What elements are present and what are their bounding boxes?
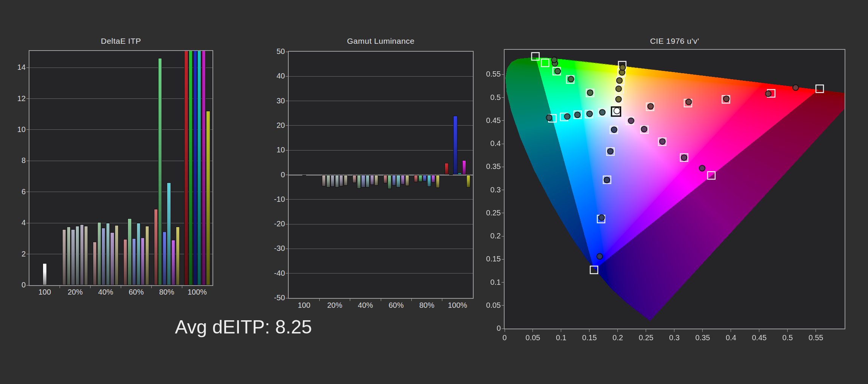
cie-measured-red-40pct	[686, 99, 691, 105]
bar-60%-2	[132, 238, 136, 285]
y-tick-label: 0.3	[478, 186, 501, 194]
bar-100-0	[302, 175, 306, 176]
x-tick-label: 60%	[381, 301, 411, 310]
y-tick-label: 30	[265, 97, 285, 105]
y-tick-label: 4	[5, 218, 26, 227]
bar-40%-0	[352, 175, 356, 183]
y-tick-mark	[502, 120, 504, 121]
cie-measured-green-100pct	[551, 57, 557, 63]
bar-100%-5	[206, 111, 210, 285]
y-tick-label: 0.05	[478, 301, 501, 310]
bar-100%-5	[466, 175, 470, 187]
bar-60%-2	[392, 175, 396, 186]
cie-measured-cyan-40pct	[587, 111, 593, 117]
bar-100%-1	[189, 51, 192, 285]
cie-measured-red-20pct	[648, 103, 653, 109]
y-tick-label: 0.45	[478, 116, 501, 125]
x-tick-mark	[182, 286, 182, 288]
x-tick-label: 80%	[411, 301, 442, 310]
gridline	[289, 199, 473, 200]
y-tick-mark	[502, 259, 504, 260]
cie-measured-yellow-60pct	[617, 78, 622, 83]
cie-measured-blue-100pct	[597, 253, 602, 259]
x-tick-label: 80%	[151, 288, 182, 296]
y-tick-label: -10	[265, 195, 285, 204]
bar-20%-0	[62, 229, 66, 285]
x-tick-mark	[381, 299, 381, 301]
cie-measured-green-40pct	[568, 76, 574, 82]
cie-measured-magenta-40pct	[641, 126, 647, 132]
bar-80%-3	[427, 175, 431, 187]
bar-40%-4	[370, 175, 374, 185]
x-tick-label: 100	[289, 301, 319, 310]
y-tick-label: 40	[265, 72, 285, 80]
cie-target-red-100pct	[816, 85, 823, 92]
bar-80%-4	[171, 240, 175, 285]
cie-measured-red-100pct	[793, 84, 799, 90]
bar-40%-1	[357, 175, 361, 189]
gridline	[289, 125, 473, 126]
y-tick-label: -50	[265, 293, 285, 302]
bar-60%-1	[128, 218, 131, 285]
bar-20%-1	[67, 227, 71, 285]
x-tick-mark	[674, 329, 674, 332]
y-tick-mark	[26, 68, 29, 68]
cie-measured-blue-20pct	[611, 127, 617, 132]
cie-measured-magenta-80pct	[681, 155, 687, 160]
bar-60%-3	[396, 175, 400, 188]
x-tick-mark	[532, 329, 533, 332]
y-tick-mark	[26, 161, 29, 161]
bar-40%-2	[102, 228, 105, 285]
y-tick-mark	[26, 285, 29, 286]
gridline	[289, 249, 473, 249]
y-tick-mark	[26, 98, 29, 99]
y-tick-label: 0.1	[478, 278, 501, 287]
x-tick-mark	[787, 329, 788, 332]
y-tick-label: 0.55	[478, 70, 501, 78]
bar-100%-4	[202, 51, 206, 285]
y-tick-mark	[502, 213, 504, 213]
cie-measured-cyan-60pct	[574, 112, 580, 118]
gridline	[289, 101, 473, 101]
bar-20%-2	[71, 229, 75, 285]
gridline	[289, 273, 473, 273]
bar-80%-4	[431, 175, 435, 183]
y-tick-label: 0	[5, 281, 26, 289]
cie-measured-blue-80pct	[599, 215, 605, 220]
y-tick-mark	[502, 74, 504, 75]
bar-40%-3	[366, 175, 369, 187]
cie-measured-cyan-100pct	[546, 115, 552, 120]
x-tick-mark	[702, 329, 703, 332]
cie-measured-yellow-40pct	[616, 86, 622, 92]
y-tick-label: 6	[5, 187, 26, 196]
cie-measured-cyan-80pct	[564, 114, 570, 119]
bar-40%-5	[115, 225, 119, 285]
cie-measured-green-60pct	[555, 68, 560, 74]
x-tick-mark	[350, 299, 350, 301]
x-tick-label: 0	[492, 333, 517, 342]
cie-measured-white-point	[614, 108, 620, 114]
x-tick-label: 60%	[121, 288, 152, 296]
x-tick-mark	[505, 329, 505, 332]
x-tick-label: 20%	[60, 288, 91, 296]
cie-measured-red-60pct	[723, 96, 729, 101]
cie-chart-title: CIE 1976 u'v'	[505, 37, 845, 46]
x-tick-mark	[121, 286, 121, 288]
y-tick-mark	[286, 150, 288, 151]
x-tick-label: 0.1	[549, 333, 573, 342]
bar-100%-1	[449, 174, 453, 175]
bar-80%-1	[158, 58, 162, 285]
bar-20%-1	[326, 175, 330, 187]
y-tick-label: 0.25	[478, 209, 501, 217]
y-tick-mark	[502, 329, 504, 329]
y-tick-mark	[502, 282, 504, 283]
y-tick-label: 0	[265, 170, 285, 179]
bar-20%-3	[335, 175, 339, 187]
x-tick-label: 0.45	[747, 333, 771, 342]
y-tick-mark	[502, 190, 504, 190]
y-tick-mark	[286, 199, 288, 200]
x-tick-label: 40%	[350, 301, 381, 310]
x-tick-mark	[561, 329, 561, 332]
y-tick-mark	[286, 273, 288, 273]
x-tick-mark	[60, 286, 60, 288]
